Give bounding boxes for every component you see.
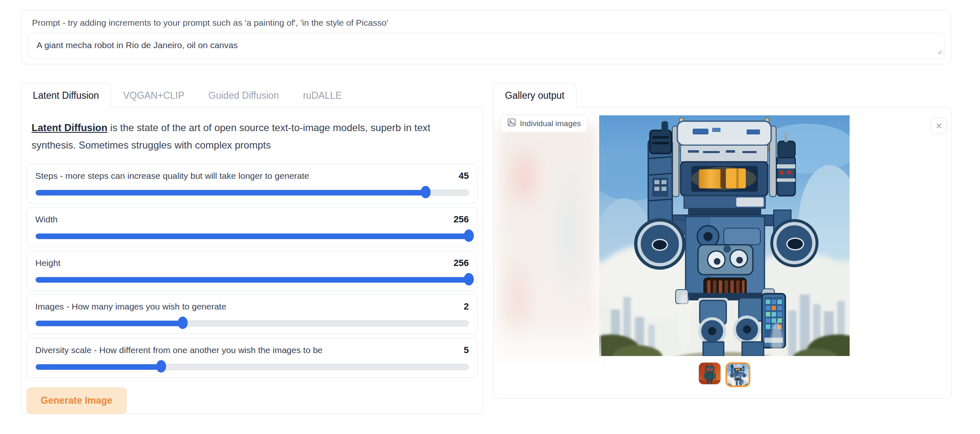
individual-images-button[interactable]: Individual images — [500, 115, 588, 132]
slider-images-label: Images - How many images you wish to gen… — [35, 302, 226, 312]
gallery-panel: Gallery output Individual images × — [493, 83, 952, 399]
close-icon[interactable]: × — [932, 119, 946, 133]
gallery-tab-bar: Gallery output — [493, 83, 952, 107]
slider-steps-label: Steps - more steps can increase quality … — [35, 171, 309, 181]
prompt-input[interactable]: A giant mecha robot in Rio de Janeiro, o… — [28, 33, 944, 59]
prompt-label: Prompt - try adding increments to your p… — [32, 18, 944, 28]
slider-width-track[interactable] — [35, 229, 469, 243]
gallery-main-image[interactable] — [599, 115, 850, 356]
slider-height-thumb[interactable] — [464, 273, 474, 285]
slider-width-label: Width — [35, 215, 58, 224]
gallery-content: Individual images × — [493, 107, 952, 399]
gallery-fade-overlay — [493, 315, 601, 390]
slider-images-value: 2 — [464, 301, 469, 312]
model-panel: Latent Diffusion VQGAN+CLIP Guided Diffu… — [21, 83, 483, 414]
model-tab-content: Latent Diffusion is the state of the art… — [21, 107, 483, 414]
model-tab-bar: Latent Diffusion VQGAN+CLIP Guided Diffu… — [21, 83, 483, 107]
slider-diversity-track[interactable] — [35, 360, 469, 374]
slider-images-track[interactable] — [35, 316, 469, 330]
slider-steps-track[interactable] — [35, 185, 469, 200]
model-description: Latent Diffusion is the state of the art… — [32, 119, 455, 154]
tab-rudalle[interactable]: ruDALLE — [291, 83, 354, 107]
thumbnail-blue-robot-selected[interactable] — [725, 362, 750, 387]
app-page: Prompt - try adding increments to your p… — [0, 0, 980, 434]
image-icon — [507, 118, 516, 129]
slider-steps-thumb[interactable] — [421, 186, 431, 198]
slider-diversity-value: 5 — [464, 345, 469, 356]
slider-steps: Steps - more steps can increase quality … — [27, 164, 478, 203]
gallery-thumbnails — [599, 362, 850, 387]
prompt-section: Prompt - try adding increments to your p… — [21, 10, 951, 64]
tab-guided-diffusion[interactable]: Guided Diffusion — [196, 83, 291, 107]
slider-height: Height 256 — [27, 251, 478, 290]
slider-width-value: 256 — [453, 214, 469, 225]
slider-width: Width 256 — [27, 207, 478, 247]
generate-image-button[interactable]: Generate Image — [27, 388, 127, 414]
individual-images-label: Individual images — [520, 119, 581, 128]
slider-images-thumb[interactable] — [178, 317, 188, 329]
slider-height-track[interactable] — [35, 273, 469, 287]
slider-steps-value: 45 — [459, 171, 469, 181]
slider-diversity-thumb[interactable] — [156, 360, 166, 373]
slider-diversity: Diversity scale - How different from one… — [27, 338, 478, 378]
slider-images: Images - How many images you wish to gen… — [27, 295, 478, 334]
tab-gallery-output[interactable]: Gallery output — [493, 83, 576, 107]
model-description-link[interactable]: Latent Diffusion — [32, 122, 108, 133]
slider-height-label: Height — [35, 258, 61, 268]
slider-height-value: 256 — [453, 258, 469, 268]
thumbnail-red-robot[interactable] — [698, 362, 721, 385]
slider-width-thumb[interactable] — [464, 229, 474, 242]
tab-latent-diffusion[interactable]: Latent Diffusion — [21, 83, 111, 107]
tab-vqgan-clip[interactable]: VQGAN+CLIP — [111, 83, 196, 107]
slider-diversity-label: Diversity scale - How different from one… — [35, 345, 323, 355]
